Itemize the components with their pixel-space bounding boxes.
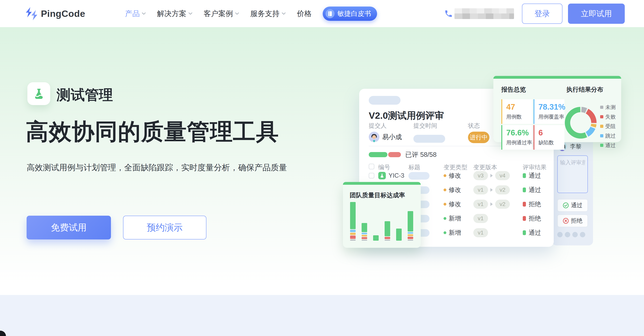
- stat-label: 用例数: [506, 113, 532, 120]
- version-from-pill: v3: [473, 171, 488, 180]
- result-label: 通过: [529, 229, 541, 237]
- team-quality-card: 团队质量目标达成率: [343, 182, 421, 248]
- stat-tile: 76.6%用例通过率: [501, 125, 532, 150]
- approve-button[interactable]: 通过: [557, 199, 588, 212]
- submitter-name: 易小成: [382, 133, 402, 142]
- submitter-label: 提交人: [369, 122, 386, 130]
- nav-item-产品[interactable]: 产品: [125, 9, 146, 19]
- stat-value: 76.6%: [506, 128, 532, 137]
- hero-subtitle: 高效测试用例与计划管理，全面缺陷跟踪，实时度量分析，确保产品质量: [26, 162, 287, 173]
- status-badge: 进行中: [468, 132, 490, 143]
- case-id: YIC-3: [378, 172, 404, 179]
- legend-swatch: [600, 106, 603, 109]
- report-card: 报告总览 执行结果分布 47用例数78.31%用例覆盖率76.6%用例通过率6缺…: [493, 76, 621, 142]
- legend-swatch: [600, 125, 603, 128]
- legend-swatch: [600, 115, 603, 118]
- donut-legend: 未测失败受阻跳过通过: [600, 103, 616, 150]
- bar-segment-未测: [350, 239, 356, 241]
- stat-value: 78.31%: [538, 103, 564, 111]
- nav-item-价格[interactable]: 价格: [297, 9, 312, 19]
- legend-item: 未测: [600, 103, 616, 112]
- try-now-button[interactable]: 立即试用: [568, 3, 625, 24]
- review-result: 通过: [523, 226, 541, 240]
- change-type: 修改: [444, 168, 461, 183]
- bar-segment-通过: [384, 221, 390, 236]
- arrow-right-icon: [490, 188, 493, 192]
- change-type-label: 修改: [449, 200, 461, 208]
- stat-label: 缺陷数: [538, 139, 564, 146]
- reject-button[interactable]: 拒绝: [557, 214, 588, 227]
- card-accent-bar: [343, 182, 421, 185]
- review-progress: 已评 58/58: [369, 151, 436, 159]
- avatar-dot: [557, 232, 563, 237]
- bar-segment-未测: [384, 240, 390, 241]
- progress-bar-remaining: [388, 152, 401, 157]
- stat-label: 用例覆盖率: [538, 113, 564, 120]
- nav-item-label: 产品: [125, 9, 140, 19]
- whitepaper-pill-button[interactable]: 敏捷白皮书: [323, 6, 377, 21]
- title-skeleton-pill: [408, 172, 430, 179]
- chevron-down-icon: [188, 12, 192, 15]
- x-circle-icon: [563, 218, 569, 224]
- change-type-dot: [444, 217, 446, 220]
- change-versions: v1v2: [473, 197, 510, 211]
- change-versions: v1: [473, 226, 488, 240]
- result-label: 通过: [529, 171, 541, 180]
- stat-tile: 6缺陷数: [534, 125, 564, 150]
- reviewer-name: 李黎: [570, 143, 582, 151]
- result-label: 拒绝: [529, 214, 541, 223]
- bar-segment-通过: [362, 223, 367, 232]
- result-marker: [523, 216, 526, 221]
- result-label: 拒绝: [529, 200, 541, 208]
- nav-item-客户案例[interactable]: 客户案例: [204, 9, 239, 19]
- skeleton-pill: [369, 96, 400, 105]
- legend-swatch: [600, 144, 603, 147]
- arrow-right-icon: [490, 174, 493, 177]
- login-button[interactable]: 登录: [522, 3, 562, 24]
- team-chart-title: 团队质量目标达成率: [350, 191, 405, 199]
- legend-item: 失败: [600, 112, 616, 122]
- phone-icon: [444, 9, 453, 18]
- avatar-dot: [565, 232, 570, 237]
- bar-segment-通过: [373, 235, 379, 241]
- book-demo-button[interactable]: 预约演示: [123, 216, 206, 239]
- bottom-section: [0, 295, 644, 336]
- avatar-dot: [572, 232, 578, 237]
- review-comment-input[interactable]: 输入评审意见...: [557, 156, 588, 193]
- stat-tile: 78.31%用例覆盖率: [534, 99, 564, 124]
- version-to-pill: v2: [495, 200, 510, 209]
- review-card-title: V2.0测试用例评审: [369, 109, 444, 122]
- bar-segment-失败: [350, 235, 356, 239]
- status-label: 状态: [468, 122, 480, 130]
- bar-segment-通过: [408, 211, 413, 232]
- test-case-icon: [378, 172, 386, 179]
- bar-segment-受阻: [408, 234, 413, 236]
- stats-grid: 47用例数78.31%用例覆盖率76.6%用例通过率6缺陷数: [501, 99, 565, 150]
- product-name: 测试管理: [56, 86, 113, 104]
- legend-swatch: [600, 134, 603, 137]
- avatar-placeholder-dots: [557, 232, 585, 237]
- row-checkbox[interactable]: [369, 173, 374, 178]
- stacked-bar: [384, 221, 390, 241]
- flask-icon: [32, 87, 45, 100]
- bar-segment-通过: [396, 229, 402, 241]
- legend-label: 跳过: [605, 132, 616, 139]
- nav-item-label: 服务支持: [250, 9, 280, 19]
- legend-label: 受阻: [605, 123, 616, 130]
- top-navbar: PingCode 产品解决方案客户案例服务支持价格敏捷白皮书 登录 立即试用: [0, 0, 644, 27]
- legend-item: 通过: [600, 141, 616, 150]
- reject-label: 拒绝: [571, 217, 582, 225]
- stat-value: 47: [506, 103, 532, 111]
- progress-label: 已评 58/58: [405, 150, 436, 159]
- free-trial-button[interactable]: 免费试用: [26, 216, 111, 239]
- nav-item-解决方案[interactable]: 解决方案: [157, 9, 192, 19]
- pingcode-logo[interactable]: PingCode: [26, 0, 85, 27]
- legend-label: 失败: [605, 113, 616, 120]
- submitter-avatar: [369, 132, 380, 142]
- nav-item-服务支持[interactable]: 服务支持: [250, 9, 286, 19]
- chevron-down-icon: [235, 12, 239, 15]
- stat-value: 6: [538, 128, 564, 137]
- bar-segment-未测: [408, 240, 413, 241]
- change-type-dot: [444, 174, 446, 177]
- nav-item-label: 解决方案: [157, 9, 186, 19]
